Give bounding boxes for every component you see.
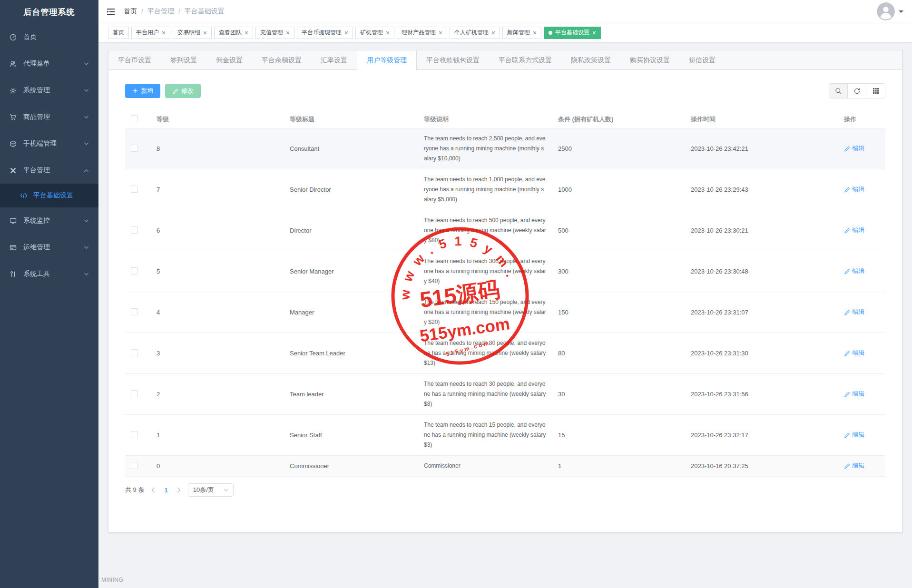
page-number-current[interactable]: 1 [162, 487, 169, 494]
row-checkbox[interactable] [131, 390, 138, 397]
pencil-icon [844, 268, 850, 274]
edit-row-button[interactable]: 编辑 [844, 267, 864, 275]
tag-home[interactable]: 首页 [108, 27, 129, 39]
edit-button-disabled[interactable]: 修改 [165, 84, 201, 98]
tab-platform-contact-settings[interactable]: 平台联系方式设置 [489, 50, 561, 69]
tab-commission-settings[interactable]: 佣金设置 [206, 50, 252, 69]
tab-platform-wallet-settings[interactable]: 平台收款钱包设置 [417, 50, 489, 69]
tag-personal-miner-management[interactable]: 个人矿机管理 [450, 27, 500, 39]
row-checkbox[interactable] [131, 462, 138, 469]
cell-title: Senior Manager [284, 251, 418, 292]
sidebar-item-platform-management[interactable]: 平台管理 [0, 157, 98, 184]
search-toggle-button[interactable] [829, 84, 848, 98]
edit-row-button[interactable]: 编辑 [844, 349, 864, 357]
pencil-icon [172, 88, 178, 94]
row-checkbox[interactable] [131, 349, 138, 356]
sidebar-item-ops-management[interactable]: 运维管理 [0, 234, 98, 261]
edit-row-button[interactable]: 编辑 [844, 461, 864, 470]
select-all-checkbox[interactable] [131, 115, 138, 122]
pagination: 共 9 条 1 10条/页 [125, 483, 885, 497]
tag-coin-withdraw-management[interactable]: 平台币提现管理 [297, 27, 353, 39]
cell-title: Manager [284, 292, 418, 333]
breadcrumb: 首页 / 平台管理 / 平台基础设置 [124, 7, 225, 16]
edit-row-button[interactable]: 编辑 [844, 308, 864, 316]
close-icon[interactable] [386, 31, 390, 35]
next-page-button[interactable] [177, 487, 181, 493]
active-tag-dot [549, 31, 552, 35]
cell-condition: 2500 [552, 128, 685, 169]
add-button[interactable]: 新增 [125, 84, 160, 98]
tag-financial-product-management[interactable]: 理财产品管理 [397, 27, 447, 39]
row-checkbox[interactable] [131, 308, 138, 315]
page-size-select[interactable]: 10条/页 [188, 483, 234, 497]
menu-fold-icon[interactable] [107, 8, 115, 15]
tab-platform-balance-settings[interactable]: 平台余额设置 [252, 50, 311, 69]
close-icon[interactable] [439, 31, 442, 35]
pencil-icon [844, 227, 850, 234]
row-checkbox[interactable] [131, 226, 138, 234]
tab-exchange-rate-settings[interactable]: 汇率设置 [311, 50, 357, 69]
breadcrumb-platform-management[interactable]: 平台管理 [147, 7, 174, 16]
tag-platform-users[interactable]: 平台用户 [131, 27, 170, 39]
close-icon[interactable] [533, 31, 537, 35]
tab-purchase-agreement-settings[interactable]: 购买协议设置 [620, 50, 679, 69]
cell-time: 2023-10-26 23:30:48 [685, 251, 838, 292]
edit-row-button[interactable]: 编辑 [844, 390, 864, 398]
cell-description: The team needs to reach 500 people, and … [418, 210, 552, 251]
user-menu[interactable] [877, 2, 903, 20]
sidebar-item-label: 代理菜单 [23, 59, 50, 68]
sidebar-item-system-monitor[interactable]: 系统监控 [0, 207, 98, 234]
close-icon[interactable] [491, 31, 495, 35]
edit-row-button[interactable]: 编辑 [844, 185, 864, 194]
breadcrumb-home[interactable]: 首页 [124, 7, 137, 16]
user-levels-table: 等级 等级标题 等级说明 条件 (拥有矿机人数) 操作时间 操作 [125, 111, 885, 477]
close-icon[interactable] [344, 31, 348, 35]
row-checkbox[interactable] [131, 431, 138, 438]
tab-platform-coin-settings[interactable]: 平台币设置 [108, 50, 161, 69]
column-settings-button[interactable] [866, 84, 885, 98]
tab-user-level-management[interactable]: 用户等级管理 [357, 50, 417, 70]
tag-platform-basic-settings[interactable]: 平台基础设置 [544, 27, 601, 39]
close-icon[interactable] [286, 31, 290, 35]
sidebar-item-system-management[interactable]: 系统管理 [0, 77, 98, 104]
sidebar-item-goods-management[interactable]: 商品管理 [0, 104, 98, 130]
tab-sms-settings[interactable]: 短信设置 [679, 50, 725, 69]
cell-condition: 150 [552, 292, 685, 333]
row-checkbox[interactable] [131, 145, 138, 152]
sidebar-item-home[interactable]: 首页 [0, 24, 98, 50]
edit-row-button[interactable]: 编辑 [844, 144, 864, 153]
sidebar-item-mobile-management[interactable]: 手机端管理 [0, 130, 98, 157]
close-icon[interactable] [592, 31, 596, 35]
cell-description: The team needs to reach 1,000 people, an… [418, 169, 552, 210]
edit-row-button[interactable]: 编辑 [844, 431, 864, 439]
row-checkbox[interactable] [131, 267, 138, 274]
edit-link-label: 编辑 [852, 267, 864, 275]
tag-recharge-management[interactable]: 充值管理 [255, 27, 294, 39]
tag-transaction-details[interactable]: 交易明细 [173, 27, 212, 39]
edit-row-button[interactable]: 编辑 [844, 226, 864, 235]
tag-news-management[interactable]: 新闻管理 [502, 27, 541, 39]
tab-privacy-policy-settings[interactable]: 隐私政策设置 [561, 50, 620, 69]
cell-title: Senior Team Leader [284, 333, 418, 374]
refresh-button[interactable] [848, 84, 866, 98]
tag-view-team[interactable]: 查看团队 [214, 27, 253, 39]
cell-level: 3 [151, 333, 284, 374]
close-icon[interactable] [245, 31, 248, 35]
cell-title: Consultant [284, 128, 418, 169]
tabs-header: 平台币设置 签到设置 佣金设置 平台余额设置 汇率设置 用户等级管理 平台收款钱… [108, 50, 902, 70]
tag-label: 理财产品管理 [402, 29, 436, 37]
sidebar-item-agent-menu[interactable]: 代理菜单 [0, 50, 98, 77]
table-row: 1 Senior Staff The team needs to reach 1… [125, 415, 885, 456]
prev-page-button[interactable] [151, 487, 156, 493]
tab-checkin-settings[interactable]: 签到设置 [161, 50, 206, 69]
sidebar-item-system-tools[interactable]: 系统工具 [0, 261, 98, 287]
close-icon[interactable] [203, 31, 207, 35]
tag-miner-management[interactable]: 矿机管理 [355, 27, 394, 39]
close-icon[interactable] [162, 31, 166, 35]
chevron-down-icon [84, 219, 89, 223]
cell-time: 2023-10-26 23:31:56 [685, 374, 838, 415]
cell-description: The team needs to reach 15 people, and e… [418, 415, 552, 456]
row-checkbox[interactable] [131, 186, 138, 193]
sidebar-subitem-platform-basic-settings[interactable]: 平台基础设置 [0, 184, 98, 207]
cell-description: The team needs to reach 300 people, and … [418, 251, 552, 292]
